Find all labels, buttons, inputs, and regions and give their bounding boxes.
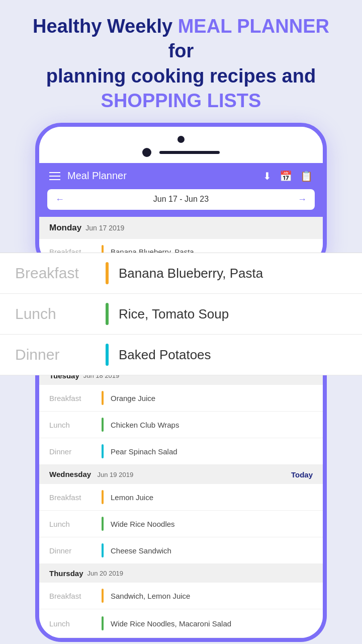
title-line1: Healthy Weekly MEAL PLANNER for bbox=[20, 14, 342, 64]
phone-top-bar bbox=[39, 127, 323, 163]
breakfast-bar-4 bbox=[102, 589, 104, 603]
expanded-lunch-row: Lunch Rice, Tomato Soup bbox=[0, 294, 362, 335]
date-range: Jun 17 - Jun 23 bbox=[153, 195, 209, 204]
table-row: Dinner Pear Spinach Salad bbox=[39, 438, 323, 465]
monday-day-name: Monday bbox=[49, 223, 81, 233]
today-label: Today bbox=[291, 470, 313, 479]
meal-label: Breakfast bbox=[49, 493, 95, 502]
meal-food: Cheese Sandwich bbox=[111, 546, 171, 555]
monday-day-date: Jun 17 2019 bbox=[85, 224, 124, 232]
meal-label: Lunch bbox=[49, 619, 95, 628]
wednesday-header: Wednesday Jun 19 2019 Today bbox=[39, 465, 323, 484]
expanded-lunch-food: Rice, Tomato Soup bbox=[119, 306, 229, 322]
list-icon[interactable]: 📋 bbox=[300, 170, 313, 182]
breakfast-bar-3 bbox=[102, 490, 104, 504]
title-line3: SHOPPING LISTS bbox=[20, 89, 342, 113]
meal-food: Wide Rice Noodles, Macaroni Salad bbox=[111, 619, 231, 628]
phone-frame: Meal Planner ⬇ 📅 📋 ← Jun 17 - Jun 23 → M… bbox=[35, 123, 327, 270]
meal-food: Chicken Club Wraps bbox=[111, 421, 179, 429]
lunch-bar-3 bbox=[102, 517, 104, 531]
title-line2: planning cooking recipes and bbox=[20, 64, 342, 89]
expanded-breakfast-row: Breakfast Banana Blueberry, Pasta bbox=[0, 253, 362, 294]
expanded-dinner-food: Baked Potatoes bbox=[119, 347, 211, 363]
expanded-dinner-label: Dinner bbox=[15, 346, 96, 363]
lunch-bar-4 bbox=[102, 616, 104, 630]
thursday-day-name: Thursday bbox=[49, 569, 83, 578]
meal-food: Wide Rice Noodles bbox=[111, 520, 175, 528]
top-title-section: Healthy Weekly MEAL PLANNER for planning… bbox=[0, 0, 362, 123]
table-row: Dinner Cheese Sandwich bbox=[39, 537, 323, 564]
wednesday-day-name: Wednesday bbox=[49, 470, 91, 478]
expanded-overlay: Breakfast Banana Blueberry, Pasta Lunch … bbox=[0, 253, 362, 375]
table-row: Lunch Chicken Club Wraps bbox=[39, 412, 323, 438]
title-accent: MEAL PLANNER bbox=[178, 16, 329, 37]
meal-label: Lunch bbox=[49, 520, 95, 528]
wednesday-day-date: Jun 19 2019 bbox=[98, 471, 134, 478]
app-header: Meal Planner ⬇ 📅 📋 bbox=[39, 163, 323, 189]
meal-label: Breakfast bbox=[49, 394, 95, 403]
meal-food: Pear Spinach Salad bbox=[111, 447, 177, 456]
week-nav-inner: ← Jun 17 - Jun 23 → bbox=[47, 189, 315, 210]
expanded-breakfast-bar bbox=[106, 262, 109, 284]
meal-food: Lemon Juice bbox=[111, 493, 153, 502]
phone-scroll-area: Tuesday Jun 18 2019 Breakfast Orange Jui… bbox=[35, 366, 327, 642]
table-row: Breakfast Orange Juice bbox=[39, 385, 323, 412]
phone-camera bbox=[177, 136, 185, 143]
menu-icon[interactable] bbox=[49, 172, 60, 180]
expanded-dinner-bar bbox=[106, 344, 109, 366]
prev-week-button[interactable]: ← bbox=[55, 194, 64, 205]
expanded-breakfast-food: Banana Blueberry, Pasta bbox=[119, 266, 263, 281]
expanded-lunch-label: Lunch bbox=[15, 305, 96, 323]
meal-food: Orange Juice bbox=[111, 394, 155, 403]
table-row: Lunch Wide Rice Noodles, Macaroni Salad bbox=[39, 609, 323, 638]
header-actions: ⬇ 📅 📋 bbox=[263, 170, 313, 182]
dinner-bar-2 bbox=[102, 444, 104, 458]
next-week-button[interactable]: → bbox=[298, 194, 307, 205]
meal-label: Dinner bbox=[49, 546, 95, 555]
expanded-breakfast-label: Breakfast bbox=[15, 265, 96, 282]
table-row: Lunch Wide Rice Noodles bbox=[39, 511, 323, 537]
breakfast-bar-2 bbox=[102, 391, 104, 405]
thursday-header: Thursday Jun 20 2019 bbox=[39, 564, 323, 583]
monday-header: Monday Jun 17 2019 bbox=[39, 217, 323, 239]
thursday-day-date: Jun 20 2019 bbox=[87, 570, 124, 577]
dinner-bar-3 bbox=[102, 543, 104, 557]
table-row: Breakfast Sandwich, Lemon Juice bbox=[39, 583, 323, 609]
meal-label: Dinner bbox=[49, 447, 95, 456]
expanded-lunch-bar bbox=[106, 303, 109, 325]
meal-label: Lunch bbox=[49, 421, 95, 429]
phone-speaker-bar bbox=[159, 151, 220, 154]
expanded-dinner-row: Dinner Baked Potatoes bbox=[0, 335, 362, 375]
download-icon[interactable]: ⬇ bbox=[263, 170, 272, 182]
calendar-icon[interactable]: 📅 bbox=[280, 170, 292, 182]
phone-speaker-dot bbox=[142, 148, 151, 157]
meal-label: Breakfast bbox=[49, 592, 95, 600]
meal-food: Sandwich, Lemon Juice bbox=[111, 592, 190, 600]
app-title: Meal Planner bbox=[67, 170, 256, 182]
lunch-bar-2 bbox=[102, 418, 104, 432]
table-row: Breakfast Lemon Juice bbox=[39, 484, 323, 511]
week-nav: ← Jun 17 - Jun 23 → bbox=[39, 189, 323, 217]
